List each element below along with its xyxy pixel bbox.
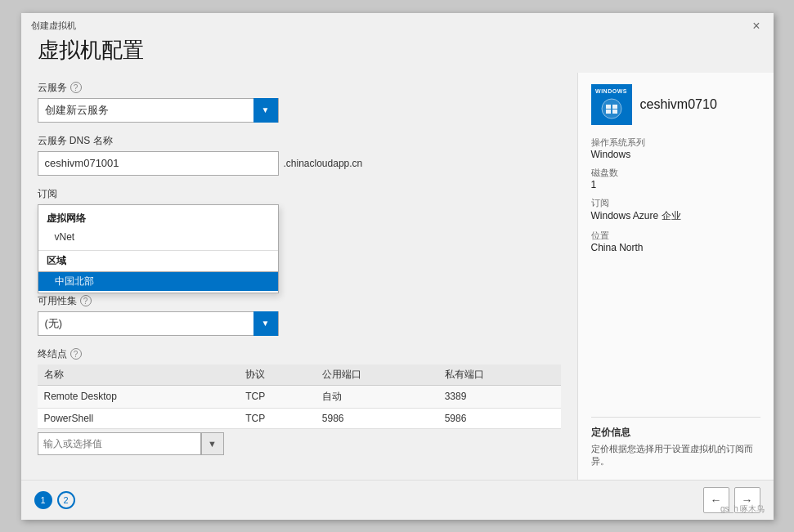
table-row: Remote Desktop TCP 自动 3389 [38, 385, 561, 408]
vm-icon-img [599, 96, 624, 121]
os-label: 操作系统系列 [591, 136, 760, 149]
vnet-section: 虚拟网络 vNet [38, 205, 278, 248]
cloud-service-help-icon[interactable]: ? [70, 82, 82, 93]
vnet-section-header: 虚拟网络 [38, 208, 278, 229]
pricing-title: 定价信息 [591, 426, 760, 440]
disk-value: 1 [591, 179, 760, 190]
vm-icon-box: WINDOWS [591, 84, 632, 125]
region-section-header: 区域 [38, 250, 278, 272]
dialog-body: 云服务 ? 创建新云服务 云服务 DNS 名称 .chinacloudapp.c… [21, 73, 774, 480]
sub-info-row: 订阅 Windows Azure 企业 [591, 197, 760, 223]
left-panel: 云服务 ? 创建新云服务 云服务 DNS 名称 .chinacloudapp.c… [21, 73, 577, 480]
add-endpoint-input[interactable] [38, 432, 201, 455]
vm-name: ceshivm0710 [640, 97, 717, 112]
endpoint-public-1: 5986 [316, 408, 438, 428]
col-protocol: 协议 [239, 364, 316, 386]
endpoint-public-0: 自动 [316, 385, 438, 408]
dns-row: .chinacloudapp.cn [38, 151, 561, 176]
cloud-service-select[interactable]: 创建新云服务 [38, 98, 279, 123]
close-button[interactable]: × [749, 20, 763, 33]
add-endpoint-row: ▼ [38, 432, 561, 455]
svg-rect-4 [612, 110, 617, 114]
dialog-footer: 1 2 ← → [21, 480, 774, 520]
table-row: PowerShell TCP 5986 5986 [38, 408, 561, 428]
vm-icon-label: WINDOWS [591, 88, 632, 94]
add-endpoint-dropdown-btn[interactable]: ▼ [201, 432, 224, 455]
dns-suffix: .chinacloudapp.cn [284, 158, 363, 169]
endpoints-help-icon[interactable]: ? [70, 348, 82, 360]
cloud-service-label: 云服务 ? [38, 81, 561, 95]
region-selected-item[interactable]: 中国北部 [38, 272, 278, 291]
availability-select[interactable]: (无) [38, 311, 279, 336]
dns-group: 云服务 DNS 名称 .chinacloudapp.cn [38, 134, 561, 176]
svg-rect-2 [612, 105, 617, 109]
os-info-row: 操作系统系列 Windows [591, 136, 760, 160]
svg-point-0 [602, 99, 621, 118]
page-title: 虚拟机配置 [21, 36, 774, 73]
dialog-title-small: 创建虚拟机 [31, 20, 76, 32]
endpoints-group: 终结点 ? 名称 协议 公用端口 私有端口 Remote D [38, 347, 561, 455]
windows-icon [600, 97, 623, 120]
step-1[interactable]: 1 [34, 491, 52, 509]
endpoint-protocol-1: TCP [239, 408, 316, 428]
dns-label: 云服务 DNS 名称 [38, 134, 561, 148]
vnet-item[interactable]: vNet [38, 229, 278, 245]
subscription-dropdown[interactable]: 虚拟网络 vNet 区域 中国北部 [38, 204, 279, 293]
availability-group: 可用性集 ? (无) [38, 294, 561, 336]
disk-info-row: 磁盘数 1 [591, 167, 760, 190]
sub-value: Windows Azure 企业 [591, 209, 760, 223]
pricing-section: 定价信息 定价根据您选择用于设置虚拟机的订阅而异。 [591, 417, 760, 468]
dns-input[interactable] [38, 151, 279, 176]
svg-rect-3 [606, 110, 611, 114]
create-vm-dialog: 创建虚拟机 × 虚拟机配置 云服务 ? 创建新云服务 云服务 DNS 名称 [21, 13, 774, 520]
sub-label: 订阅 [591, 197, 760, 209]
svg-rect-1 [606, 105, 611, 109]
right-panel: WINDOWS ceshivm0710 操作系统系列 Wi [577, 73, 774, 480]
endpoint-name-1: PowerShell [38, 408, 240, 428]
vm-header: WINDOWS ceshivm0710 [591, 84, 760, 125]
cloud-service-group: 云服务 ? 创建新云服务 [38, 81, 561, 123]
endpoints-table: 名称 协议 公用端口 私有端口 Remote Desktop TCP 自动 33… [38, 364, 561, 429]
availability-help-icon[interactable]: ? [80, 295, 92, 306]
os-value: Windows [591, 149, 760, 160]
disk-label: 磁盘数 [591, 167, 760, 179]
step-indicators: 1 2 [34, 491, 75, 509]
watermark: gs_h 啄木鸟 [720, 503, 765, 515]
availability-arrow[interactable] [253, 311, 278, 336]
pricing-desc: 定价根据您选择用于设置虚拟机的订阅而异。 [591, 443, 760, 468]
endpoint-private-1: 5986 [438, 408, 561, 428]
subscription-label: 订阅 [38, 187, 561, 201]
endpoints-label: 终结点 ? [38, 347, 561, 361]
dialog-titlebar: 创建虚拟机 × [21, 13, 774, 36]
col-name: 名称 [38, 364, 240, 386]
cloud-service-arrow[interactable] [253, 98, 278, 123]
location-value: China North [591, 242, 760, 253]
endpoint-name-0: Remote Desktop [38, 385, 240, 408]
location-info-row: 位置 China North [591, 230, 760, 253]
location-label: 位置 [591, 230, 760, 242]
col-public: 公用端口 [316, 364, 438, 386]
region-section: 区域 中国北部 [38, 248, 278, 293]
availability-label: 可用性集 ? [38, 294, 561, 308]
endpoint-private-0: 3389 [438, 385, 561, 408]
step-2[interactable]: 2 [57, 491, 75, 509]
subscription-wrapper: -- 企业协议 --419-f13-1001-0b-... 虚拟网络 vNet … [38, 204, 279, 229]
col-private: 私有端口 [438, 364, 561, 386]
endpoint-protocol-0: TCP [239, 385, 316, 408]
subscription-group: 订阅 -- 企业协议 --419-f13-1001-0b-... 虚拟网络 vN… [38, 187, 561, 229]
